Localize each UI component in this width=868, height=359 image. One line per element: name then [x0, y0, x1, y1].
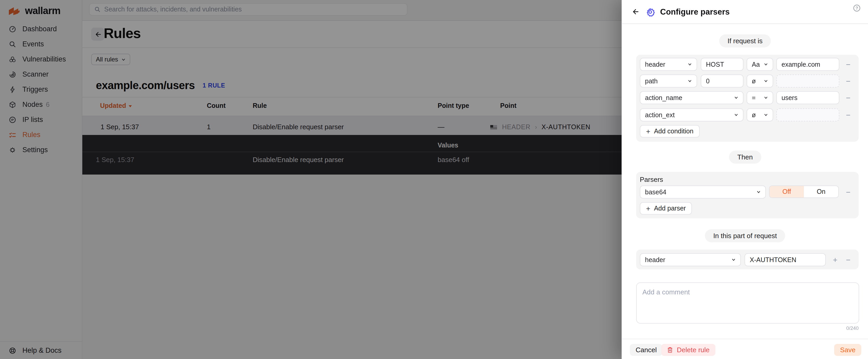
parser-select[interactable]: base64	[640, 185, 766, 199]
panel-footer: Cancel Delete rule Save	[622, 339, 868, 359]
configure-parsers-panel: Configure parsers ? If request is header…	[622, 0, 868, 359]
if-request-is-pill: If request is	[719, 34, 771, 48]
condition-value-input[interactable]	[776, 91, 839, 104]
question-circle-icon: ?	[853, 4, 861, 12]
parsers-label: Parsers	[640, 176, 663, 183]
condition-operator-select[interactable]: =	[747, 91, 773, 104]
remove-condition-button[interactable]: −	[844, 77, 852, 85]
condition-operator-select[interactable]: Aa	[747, 58, 773, 71]
chevron-down-icon	[734, 96, 738, 99]
part-field-select[interactable]: header	[640, 253, 741, 266]
condition-operator-select[interactable]: ø	[747, 109, 773, 121]
condition-field-select[interactable]: action_name	[640, 91, 743, 104]
svg-text:?: ?	[856, 6, 858, 10]
panel-back-button[interactable]	[631, 8, 639, 16]
part-of-request-section: header + −	[636, 249, 859, 269]
condition-field-select[interactable]: header	[640, 58, 697, 71]
parser-state-toggle: Off On	[769, 185, 839, 198]
chevron-down-icon	[756, 191, 761, 193]
cancel-button[interactable]: Cancel	[630, 344, 662, 356]
remove-condition-button[interactable]: −	[844, 60, 852, 69]
chevron-down-icon	[764, 63, 768, 66]
add-part-button[interactable]: +	[831, 255, 839, 264]
comment-field[interactable]	[636, 282, 859, 324]
chevron-down-icon	[764, 80, 768, 82]
then-pill: Then	[729, 151, 761, 163]
panel-header: Configure parsers	[622, 0, 868, 24]
toggle-off-option[interactable]: Off	[770, 186, 804, 198]
delete-rule-button[interactable]: Delete rule	[661, 344, 715, 356]
comment-textarea[interactable]	[636, 282, 859, 324]
condition-key-input[interactable]	[701, 74, 743, 88]
trash-icon	[667, 347, 673, 353]
parser-gear-icon	[646, 7, 655, 17]
condition-value-input-disabled	[776, 74, 839, 88]
plus-icon: +	[646, 127, 650, 136]
comment-counter: 0/240	[846, 325, 859, 331]
chevron-down-icon	[764, 96, 768, 99]
part-of-request-pill: In this part of request	[705, 229, 785, 242]
save-button[interactable]: Save	[834, 344, 861, 356]
help-button[interactable]: ?	[853, 4, 861, 14]
remove-part-button[interactable]: −	[844, 255, 852, 264]
remove-parser-button[interactable]: −	[844, 187, 852, 197]
part-value-input[interactable]	[745, 253, 826, 266]
chevron-down-icon	[688, 80, 692, 82]
arrow-left-icon	[631, 8, 639, 16]
conditions-section: header Aa − path ø	[636, 55, 859, 142]
plus-icon: +	[646, 204, 650, 213]
chevron-down-icon	[734, 114, 738, 116]
add-condition-button[interactable]: + Add condition	[640, 125, 700, 138]
condition-operator-select[interactable]: ø	[747, 74, 773, 88]
panel-title: Configure parsers	[660, 7, 730, 17]
chevron-down-icon	[688, 63, 692, 66]
chevron-down-icon	[732, 259, 736, 261]
remove-condition-button[interactable]: −	[844, 111, 852, 119]
remove-condition-button[interactable]: −	[844, 93, 852, 102]
condition-value-input[interactable]	[776, 58, 839, 71]
condition-field-select[interactable]: action_ext	[640, 109, 743, 121]
toggle-on-option[interactable]: On	[804, 186, 838, 198]
chevron-down-icon	[764, 114, 768, 116]
condition-key-input[interactable]	[701, 58, 743, 71]
parsers-section: Parsers base64 Off On − + Add parser	[636, 172, 859, 218]
modal-overlay[interactable]	[0, 0, 622, 359]
add-parser-button[interactable]: + Add parser	[640, 202, 692, 215]
condition-field-select[interactable]: path	[640, 74, 697, 88]
condition-value-input-disabled	[776, 109, 839, 121]
